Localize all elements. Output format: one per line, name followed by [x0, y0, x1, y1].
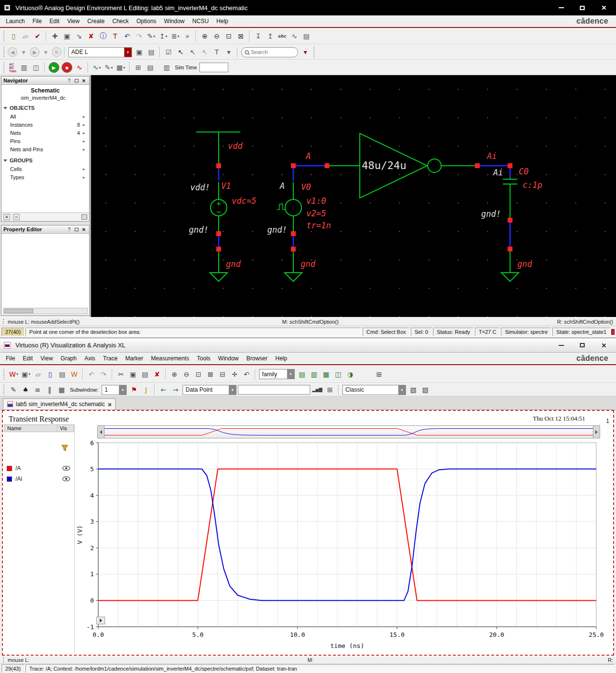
navigator-item-nets[interactable]: Nets4▸	[1, 129, 89, 137]
zoom-in-icon[interactable]: ⊕	[199, 30, 210, 42]
job-monitor-icon[interactable]: ∿	[74, 62, 85, 73]
prev-point-icon[interactable]: ←	[157, 384, 169, 396]
single-select-cursor-icon[interactable]: ↖	[175, 46, 186, 58]
overlay-mode-icon[interactable]: ▥	[308, 369, 320, 380]
chevron-down-icon[interactable]: ▾	[99, 66, 101, 70]
zoom-in-icon[interactable]: ⊕	[169, 369, 180, 380]
cut-icon[interactable]: ✂	[115, 369, 127, 380]
viva-menu-trace[interactable]: Trace	[99, 354, 121, 363]
sim-time-icon[interactable]: ▥	[161, 62, 172, 73]
navigator-item-pins[interactable]: Pins▸	[1, 137, 89, 145]
schematic-label-ai[interactable]: Ai	[493, 169, 503, 177]
run-simulation-button[interactable]: ▶	[49, 62, 59, 73]
property-editor-titlebar[interactable]: Property Editor ?	[1, 225, 89, 234]
forward-options-icon[interactable]: ▾	[40, 46, 52, 58]
analyses-icon[interactable]: ACDCTran	[8, 62, 18, 73]
open-results-icon[interactable]: ▱	[32, 369, 44, 380]
ade-menu-file[interactable]: File	[28, 16, 45, 26]
trace-tool-icon[interactable]: ♠	[20, 384, 31, 396]
refresh-icon[interactable]: ↻	[52, 47, 62, 57]
chevron-down-icon[interactable]: ▾	[229, 385, 236, 395]
navigator-options-button[interactable]	[81, 214, 87, 220]
navigator-item-cells[interactable]: Cells▸	[1, 165, 89, 173]
schematic-label-gnd[interactable]: gnd	[226, 260, 241, 268]
schematic-label-vdc-5[interactable]: vdc=5	[232, 197, 256, 205]
partial-select-cursor-icon[interactable]: ↖	[199, 46, 210, 58]
schematic-label-gnd[interactable]: gnd!	[267, 226, 287, 234]
wire-style-icon[interactable]: ≣▾	[170, 30, 181, 42]
table-icon[interactable]: ⊞	[373, 369, 385, 380]
viva-menu-file[interactable]: File	[2, 354, 19, 363]
horiz-layout-icon[interactable]: ≡	[32, 384, 43, 396]
polar-mode-icon[interactable]: ◑	[344, 369, 356, 380]
navigator-titlebar[interactable]: Navigator ?	[1, 77, 89, 85]
viva-menu-help[interactable]: Help	[272, 354, 291, 363]
create-probe-icon[interactable]: ∿	[288, 30, 300, 42]
zoom-y-icon[interactable]: ⊟	[217, 369, 228, 380]
zoom-out-icon[interactable]: ⊖	[211, 30, 223, 42]
schematic-label-v1[interactable]: V1	[221, 182, 231, 190]
chevron-down-icon[interactable]: ▾	[177, 34, 179, 39]
paste-icon[interactable]: ▤	[139, 369, 151, 380]
schematic-label-c0[interactable]: C0	[519, 168, 528, 176]
selection-options-icon[interactable]: ▾	[223, 46, 235, 58]
viva-menu-window[interactable]: Window	[214, 354, 243, 363]
redo-icon[interactable]: ↷	[133, 30, 145, 42]
previous-view-icon[interactable]: ↶	[241, 369, 252, 380]
sim-time-input[interactable]	[199, 63, 228, 72]
text-display-icon[interactable]: T	[109, 30, 121, 42]
expander-icon[interactable]: ▸	[83, 139, 88, 144]
new-graph-window-icon[interactable]: W▾	[8, 369, 20, 380]
chevron-down-icon[interactable]: ▾	[398, 385, 406, 395]
help-icon[interactable]: ?	[66, 77, 73, 84]
close-panel-icon[interactable]	[80, 226, 87, 233]
chevron-down-icon[interactable]: ▾	[119, 385, 126, 395]
navigator-item-all[interactable]: All▸	[1, 112, 89, 120]
delete-icon[interactable]: ✘	[151, 369, 163, 380]
calculator-icon[interactable]: ⊞	[324, 384, 336, 396]
forward-icon[interactable]: ▶	[30, 47, 39, 57]
ascend-hierarchy-icon[interactable]: ↥	[264, 30, 276, 42]
more-commands-icon[interactable]: »	[182, 30, 193, 42]
viva-titlebar[interactable]: Virtuoso (R) Visualization & Analysis XL	[0, 338, 616, 353]
annotate-icon[interactable]: ▦▾	[115, 62, 127, 73]
close-button[interactable]	[594, 2, 613, 13]
toolbar-grip[interactable]	[3, 47, 5, 57]
ade-menu-view[interactable]: View	[63, 16, 83, 26]
stop-simulation-button[interactable]: ■	[62, 62, 72, 73]
toolbar-grip[interactable]	[314, 47, 315, 57]
subwindow-select[interactable]: 1▾	[102, 385, 127, 395]
undo-icon[interactable]: ↶	[86, 369, 97, 380]
navigator-item-instances[interactable]: Instances8▸	[1, 120, 89, 129]
expander-icon[interactable]: ▸	[83, 175, 88, 180]
objects-section-header[interactable]: OBJECTS	[1, 104, 89, 112]
viva-menu-graph[interactable]: Graph	[57, 354, 80, 363]
direct-plot-icon[interactable]: ✎▾	[103, 62, 115, 73]
copy-icon[interactable]: ▣	[61, 30, 73, 42]
expander-icon[interactable]: ▸	[83, 114, 88, 119]
tab-close-icon[interactable]	[108, 401, 111, 408]
chevron-down-icon[interactable]: ▾	[165, 34, 167, 39]
zoom-out-icon[interactable]: ⊖	[181, 369, 192, 380]
help-icon[interactable]: ?	[66, 226, 73, 233]
viva-menu-measurements[interactable]: Measurements	[147, 354, 193, 363]
edit-property-icon[interactable]: ✎▾	[145, 30, 157, 42]
descend-hierarchy-icon[interactable]: ↧	[252, 30, 264, 42]
schematic-label-v0[interactable]: V0	[301, 183, 311, 191]
marker-value-input[interactable]	[238, 385, 310, 395]
scrollbar-thumb[interactable]	[4, 309, 33, 313]
style-b-icon[interactable]: ▨	[419, 384, 431, 396]
navigator-item-nets-and-pins[interactable]: Nets and Pins▸	[1, 145, 89, 153]
back-options-icon[interactable]: ▾	[18, 46, 29, 58]
search-input-box[interactable]	[241, 47, 298, 57]
pan-icon[interactable]: ✛	[229, 369, 240, 380]
ade-menu-launch[interactable]: Launch	[2, 16, 28, 26]
hierarchy-editor-icon[interactable]: ◫	[30, 62, 42, 73]
search-options-icon[interactable]: ▾	[300, 46, 311, 58]
workspace-options-icon[interactable]: ▤	[145, 46, 157, 58]
expander-icon[interactable]: ▸	[83, 122, 88, 127]
expand-all-button[interactable]: +	[3, 214, 10, 220]
schematic-label-gnd[interactable]: gnd	[517, 260, 532, 268]
snapshot-icon[interactable]: W	[68, 369, 80, 380]
save-workspace-icon[interactable]: ▣	[133, 46, 145, 58]
